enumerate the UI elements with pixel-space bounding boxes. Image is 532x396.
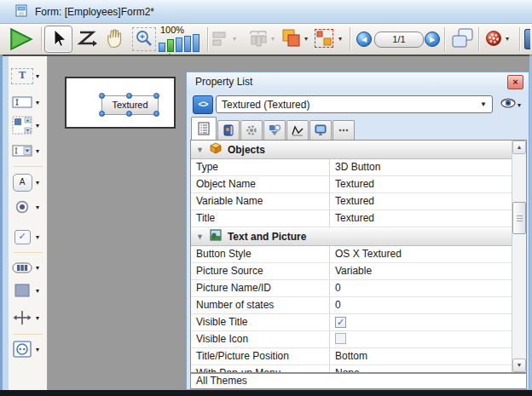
selection-handle[interactable] [153,111,159,117]
palette-divider [14,252,43,253]
page-indicator[interactable]: 1/1 [374,32,424,48]
object-tool-palette: T ▾ ▾ ▾ ▾ A ▾ ▾ [9,56,48,390]
settings-button[interactable] [485,30,502,49]
tool-rectangle[interactable]: ▾ [9,280,48,301]
group-dropdown-arrow[interactable]: ▾ [338,36,342,43]
tool-radio-button[interactable]: ▾ [9,197,48,217]
palette-divider [14,334,43,335]
tool-dropdown-arrow[interactable]: ▾ [36,314,39,322]
tab-shapes[interactable] [263,120,286,140]
tool-splitter[interactable]: ▾ [9,307,48,328]
next-page-button[interactable]: ▶ [425,32,440,47]
tool-dropdown-arrow[interactable]: ▾ [36,122,39,129]
eye-icon[interactable] [500,98,516,111]
property-list-title: Property List [195,76,252,88]
button-bar-icon [9,262,36,273]
tool-input-field[interactable]: ▾ [9,92,48,112]
static-text-icon: T [9,68,36,84]
tool-dropdown-arrow[interactable]: ▾ [36,179,39,187]
visible-title-checkbox[interactable] [335,317,346,328]
object-selector-dropdown[interactable]: Textured (Textured) ▼ [216,95,493,113]
scroll-down-button[interactable]: ▼ [512,359,526,372]
radio-button-icon [9,200,36,214]
property-row[interactable]: Object NameTextured [191,176,512,193]
form-pages-button[interactable] [451,28,474,52]
selection-handle[interactable] [126,111,132,117]
tool-button-bar[interactable]: ▾ [9,257,48,278]
section-header-text-and-picture[interactable]: ▼ Text and Picture [191,227,512,246]
toolbar-separator [519,27,521,51]
tab-line-chart[interactable] [286,120,309,140]
toolbar-separator [41,27,43,51]
property-row[interactable]: Picture SourceVariable [191,263,512,280]
tool-checkbox[interactable]: ✓ ▾ [9,227,48,247]
form-page-area[interactable]: Textured [65,77,176,129]
tab-more[interactable] [332,120,355,140]
hand-icon [103,41,127,53]
object-navigator-button[interactable]: <> [193,95,213,114]
visible-icon-checkbox[interactable] [335,333,346,344]
window-titlebar: Form: [Employees]Form2* [0,0,532,24]
tool-dropdown-arrow[interactable]: ▾ [36,287,39,295]
tool-dropdown-arrow[interactable]: ▾ [36,233,39,241]
group-icon [315,37,332,49]
toolbar-separator [207,27,209,51]
tool-dropdown-arrow[interactable]: ▾ [36,204,39,211]
property-row[interactable]: Visible Title [191,314,512,331]
level-button[interactable] [282,29,301,50]
cascade-pages-icon [451,40,474,52]
tab-monitor[interactable] [309,120,332,140]
tool-static-text[interactable]: T ▾ [9,66,48,86]
vertical-scrollbar[interactable]: ▲ ▼ [512,141,526,372]
tool-plugin-area[interactable]: ▾ [9,339,48,359]
property-row[interactable]: Variable NameTextured [191,193,512,210]
tool-dropdown-arrow[interactable]: ▾ [36,99,39,106]
tool-list-box[interactable]: ▾ [9,115,48,135]
tool-dropdown-arrow[interactable]: ▾ [36,346,39,353]
settings-dropdown-arrow[interactable]: ▾ [506,36,509,43]
align-icon [212,37,229,49]
property-row[interactable]: With Pop-up MenuNone [191,365,512,373]
property-list-titlebar[interactable]: Property List × [187,72,529,91]
property-row[interactable]: Button StyleOS X Textured [191,246,512,263]
selection-handle[interactable] [99,111,105,117]
tab-list[interactable] [191,117,217,140]
previous-page-button[interactable]: ◀ [356,32,372,47]
hand-tool-button[interactable] [103,26,127,53]
property-row[interactable]: TitleTextured [191,210,512,227]
button-icon: A [9,174,36,192]
pointer-tool-button[interactable] [44,26,72,53]
tab-book[interactable] [217,120,240,140]
property-row[interactable]: Title/Picture PositionBottom [191,348,512,365]
eye-dropdown-arrow[interactable]: ▾ [518,101,521,109]
tab-gear[interactable] [240,120,263,140]
property-row[interactable]: Type3D Button [191,159,512,176]
zoom-tool-button[interactable] [132,27,156,51]
toolbar-separator [478,27,480,51]
close-icon[interactable]: × [507,75,523,89]
section-header-objects[interactable]: ▼ Objects [191,141,512,159]
selection-handle[interactable] [99,93,105,99]
tool-button[interactable]: A ▾ [9,172,48,192]
tool-combo-box[interactable]: ▾ [9,141,48,161]
entry-order-button[interactable] [75,26,99,53]
level-dropdown-arrow[interactable]: ▾ [304,36,308,43]
layers-icon [282,38,301,50]
property-row[interactable]: Picture Name/ID0 [191,280,512,297]
splitter-icon [9,310,36,325]
property-row[interactable]: Number of states0 [191,297,512,314]
zoom-scale-control[interactable]: 100% [159,25,205,54]
tool-dropdown-arrow[interactable]: ▾ [36,72,39,80]
execute-form-button[interactable] [9,27,34,54]
collapse-triangle-icon: ▼ [196,232,204,241]
scroll-up-button[interactable]: ▲ [512,141,526,154]
selection-handle[interactable] [153,93,159,99]
tool-dropdown-arrow[interactable]: ▾ [36,147,39,155]
scrollbar-thumb[interactable] [512,202,526,234]
selection-handle[interactable] [126,93,132,99]
property-table: ▼ Objects Type3D Button Object NameTextu… [190,140,527,373]
theme-filter-bar[interactable]: All Themes [190,373,527,389]
group-button[interactable] [315,29,333,48]
property-row[interactable]: Visible Icon [191,331,512,348]
tool-dropdown-arrow[interactable]: ▾ [36,264,39,272]
